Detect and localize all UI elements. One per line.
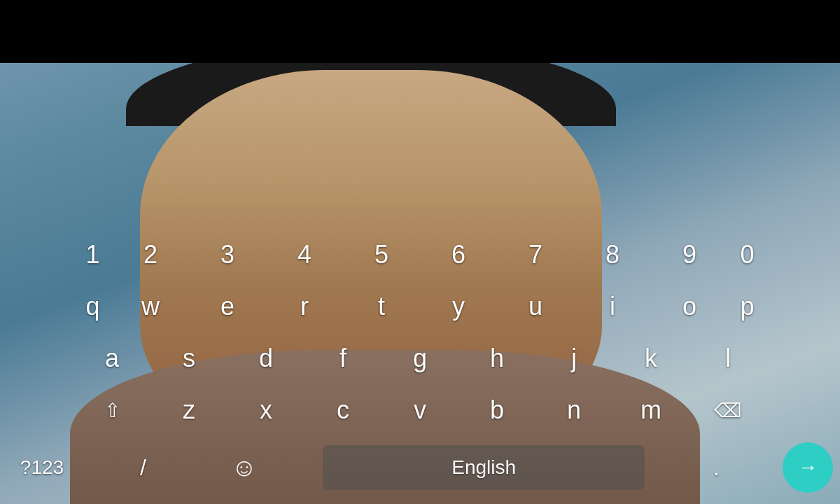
key-y[interactable]: y [420,281,497,332]
key-w[interactable]: w [112,281,189,332]
key-j[interactable]: j [536,333,612,384]
key-e[interactable]: e [189,281,266,332]
key-6[interactable]: 6 [420,230,497,280]
key-1[interactable]: 1 [74,230,112,280]
key-o[interactable]: o [651,281,728,332]
key-9[interactable]: 9 [651,230,728,280]
key-h[interactable]: h [458,333,536,384]
language-button[interactable]: English [323,445,645,490]
asdf-row: a s d f g h j k l [0,333,840,384]
key-q[interactable]: q [74,281,112,332]
keyboard: 1 2 3 4 5 6 7 8 9 0 q w e r t y u i o p … [0,224,840,504]
key-n[interactable]: n [536,385,612,435]
num-switch-button[interactable]: ?123 [7,445,77,490]
key-a[interactable]: a [74,333,150,384]
enter-button[interactable]: → [783,442,833,493]
key-0[interactable]: 0 [728,230,766,280]
zxcv-row: ⇧ z x c v b n m ⌫ [0,385,840,435]
backspace-key[interactable]: ⌫ [690,385,766,435]
numbers-row: 1 2 3 4 5 6 7 8 9 0 [0,230,840,280]
key-g[interactable]: g [382,333,458,384]
key-r[interactable]: r [266,281,343,332]
top-letterbox-bar [0,0,840,63]
key-p[interactable]: p [728,281,766,332]
key-3[interactable]: 3 [189,230,266,280]
key-f[interactable]: f [304,333,382,384]
key-x[interactable]: x [227,385,304,435]
key-c[interactable]: c [304,385,382,435]
qwerty-row: q w e r t y u i o p [0,281,840,332]
period-key[interactable]: . [689,445,745,490]
key-l[interactable]: l [690,333,766,384]
key-i[interactable]: i [574,281,651,332]
key-t[interactable]: t [343,281,420,332]
key-v[interactable]: v [382,385,458,435]
key-z[interactable]: z [150,385,227,435]
key-b[interactable]: b [458,385,536,435]
key-k[interactable]: k [612,333,690,384]
key-s[interactable]: s [150,333,227,384]
key-u[interactable]: u [497,281,574,332]
emoji-button[interactable]: ☺ [209,445,279,490]
key-7[interactable]: 7 [497,230,574,280]
key-4[interactable]: 4 [266,230,343,280]
shift-key[interactable]: ⇧ [74,385,150,435]
bottom-row: ?123 / ☺ English . → [0,438,840,497]
key-8[interactable]: 8 [574,230,651,280]
slash-key[interactable]: / [115,445,171,490]
key-2[interactable]: 2 [112,230,189,280]
key-d[interactable]: d [227,333,304,384]
key-m[interactable]: m [612,385,690,435]
key-5[interactable]: 5 [343,230,420,280]
